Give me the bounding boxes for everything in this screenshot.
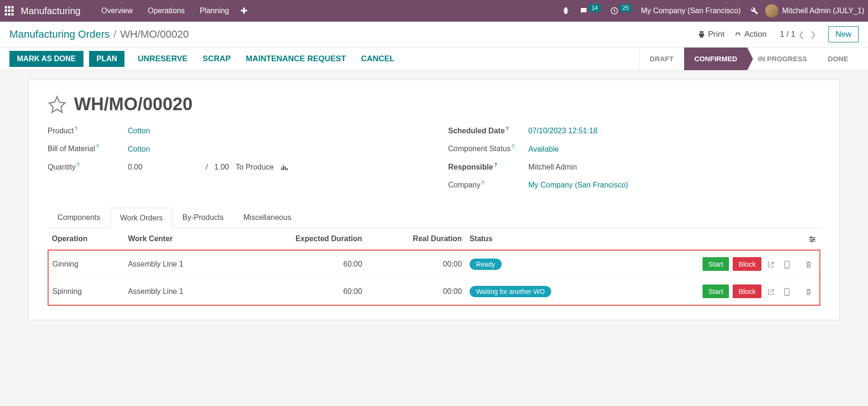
maintenance-request-button[interactable]: MAINTENANCE REQUEST (238, 54, 354, 64)
help-icon[interactable]: ? (96, 144, 99, 149)
settings-icon[interactable] (750, 7, 759, 15)
pager: 1 / 1 (780, 30, 795, 39)
status-draft[interactable]: DRAFT (639, 48, 684, 70)
block-button[interactable]: Block (733, 284, 761, 298)
col-status[interactable]: Status (466, 228, 624, 250)
adjust-columns-icon[interactable] (809, 235, 816, 243)
help-icon[interactable]: ? (494, 162, 497, 168)
responsible-value[interactable]: Mitchell Admin (529, 163, 577, 171)
status-in-progress[interactable]: IN PROGRESS (747, 48, 817, 70)
open-external-icon[interactable] (768, 287, 774, 295)
table-row[interactable]: Ginning Assembly Line 1 60:00 00:00 Read… (48, 250, 820, 278)
col-operation[interactable]: Operation (48, 228, 124, 250)
cell-real: 00:00 (366, 278, 466, 306)
bom-label: Bill of Material? (48, 144, 128, 153)
cell-expected: 60:00 (235, 250, 366, 278)
help-icon[interactable]: ? (77, 162, 80, 168)
delete-icon[interactable] (805, 260, 812, 268)
table-row[interactable]: Spinning Assembly Line 1 60:00 00:00 Wai… (48, 278, 820, 306)
planned-qty-value[interactable]: 1.00 (215, 163, 229, 171)
component-status-value: Available (529, 145, 559, 154)
plan-button[interactable]: PLAN (89, 51, 125, 67)
action-label: Action (744, 30, 767, 39)
debug-icon[interactable] (562, 7, 570, 15)
company-selector[interactable]: My Company (San Francisco) (641, 7, 741, 15)
user-avatar[interactable] (765, 4, 778, 17)
help-icon[interactable]: ? (506, 126, 509, 131)
activities-badge: 25 (620, 4, 631, 12)
svg-point-6 (811, 241, 812, 242)
print-button[interactable]: Print (698, 30, 725, 39)
status-flow: DRAFT CONFIRMED IN PROGRESS DONE (639, 48, 859, 70)
tablet-icon[interactable] (784, 260, 790, 268)
new-button[interactable]: New (828, 26, 859, 42)
help-icon[interactable]: ? (74, 126, 77, 131)
breadcrumb-bar: Manufacturing Orders / WH/MO/00020 Print… (0, 22, 868, 48)
bom-value[interactable]: Cotton (128, 145, 150, 154)
breadcrumb-current: WH/MO/00020 (120, 28, 189, 41)
scrap-button[interactable]: SCRAP (195, 54, 239, 64)
product-value[interactable]: Cotton (128, 127, 150, 135)
breadcrumb-root[interactable]: Manufacturing Orders (9, 28, 110, 41)
app-title: Manufacturing (21, 6, 81, 16)
breadcrumb-sep: / (114, 28, 116, 41)
cancel-button[interactable]: CANCEL (354, 54, 402, 64)
status-badge: Waiting for another WO (470, 286, 552, 297)
nav-operations[interactable]: Operations (140, 7, 192, 15)
open-external-icon[interactable] (768, 260, 774, 268)
cell-operation: Ginning (48, 250, 124, 278)
status-confirmed[interactable]: CONFIRMED (684, 48, 748, 70)
block-button[interactable]: Block (733, 257, 761, 271)
action-dropdown[interactable]: Action (734, 30, 767, 39)
add-menu-icon[interactable]: ✚ (240, 6, 248, 16)
cell-expected: 60:00 (235, 278, 366, 306)
start-button[interactable]: Start (703, 257, 729, 271)
col-work-center[interactable]: Work Center (124, 228, 235, 250)
cell-operation: Spinning (48, 278, 124, 306)
mark-as-done-button[interactable]: MARK AS DONE (9, 51, 83, 67)
work-orders-table: Operation Work Center Expected Duration … (48, 228, 820, 306)
nav-planning[interactable]: Planning (192, 7, 237, 15)
tab-miscellaneous[interactable]: Miscellaneous (233, 207, 301, 227)
help-icon[interactable]: ? (481, 180, 484, 186)
cell-work-center: Assembly Line 1 (124, 250, 235, 278)
unreserve-button[interactable]: UNRESERVE (130, 54, 195, 64)
company-value[interactable]: My Company (San Francisco) (529, 181, 628, 189)
topbar: Manufacturing Overview Operations Planni… (0, 0, 868, 22)
col-expected-duration[interactable]: Expected Duration (235, 228, 366, 250)
scheduled-date-value[interactable]: 07/10/2023 12:51:18 (529, 127, 598, 135)
nav-overview[interactable]: Overview (94, 7, 141, 15)
uom-value[interactable]: To Produce (236, 163, 274, 171)
cell-real: 00:00 (366, 250, 466, 278)
delete-icon[interactable] (805, 287, 812, 295)
status-done[interactable]: DONE (818, 48, 859, 70)
command-bar: MARK AS DONE PLAN UNRESERVE SCRAP MAINTE… (0, 48, 868, 70)
col-real-duration[interactable]: Real Duration (366, 228, 466, 250)
tab-work-orders[interactable]: Work Orders (110, 208, 173, 228)
activities-icon[interactable]: 25 (610, 7, 631, 15)
form-sheet: WH/MO/00020 Product? Cotton Bill of Mate… (28, 80, 840, 320)
help-icon[interactable]: ? (512, 144, 514, 149)
svg-point-4 (813, 239, 814, 240)
quantity-value[interactable]: 0.00 (128, 163, 142, 171)
responsible-label: Responsible? (448, 162, 529, 171)
quantity-label: Quantity? (48, 162, 128, 171)
cell-work-center: Assembly Line 1 (124, 278, 235, 306)
apps-menu-icon[interactable] (4, 5, 15, 16)
company-label: Company? (448, 180, 529, 189)
record-title: WH/MO/00020 (74, 94, 192, 114)
favorite-star-icon[interactable] (48, 95, 66, 114)
pager-next-icon[interactable]: ❯ (810, 30, 816, 39)
tab-by-products[interactable]: By-Products (173, 207, 233, 227)
form-tabs: Components Work Orders By-Products Misce… (48, 207, 820, 228)
scheduled-date-label: Scheduled Date? (448, 126, 529, 135)
forecast-icon[interactable] (281, 163, 289, 171)
status-badge: Ready (470, 259, 502, 270)
tab-components[interactable]: Components (48, 207, 110, 227)
start-button[interactable]: Start (703, 284, 729, 298)
component-status-label: Component Status? (448, 144, 529, 153)
pager-prev-icon[interactable]: ❮ (798, 30, 804, 39)
user-menu[interactable]: Mitchell Admin (JULY_1) (782, 7, 864, 15)
tablet-icon[interactable] (784, 287, 790, 295)
messages-icon[interactable]: 14 (579, 7, 601, 15)
